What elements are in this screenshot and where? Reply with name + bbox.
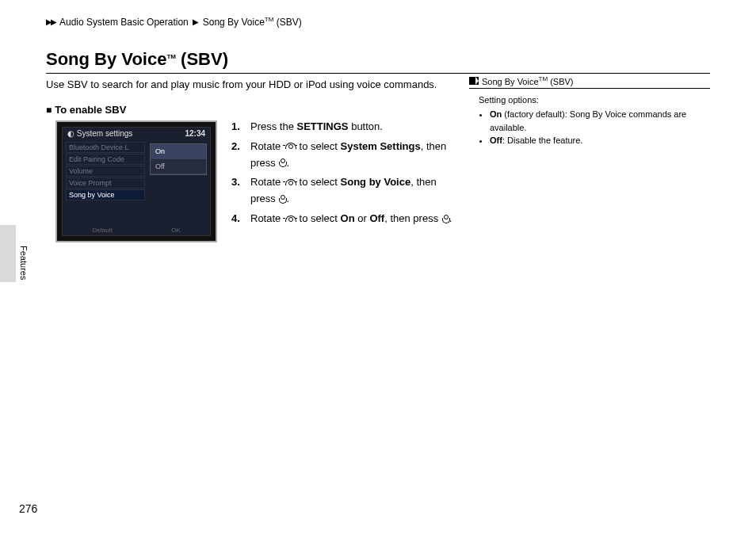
info-sidebar-body: Setting options: On (factory default): S… <box>469 89 710 147</box>
info-sidebar: Song By VoiceTM (SBV) Setting options: O… <box>469 75 710 147</box>
push-button-icon <box>441 215 449 224</box>
push-button-icon <box>278 158 286 168</box>
section-tab-label: Features <box>19 246 29 280</box>
screenshot-popup: On Off <box>150 143 207 175</box>
step-1: 1. Press the SETTINGS button. <box>231 119 461 135</box>
breadcrumb-arrows-icon: ▶▶ <box>46 17 55 26</box>
screenshot-row: Edit Pairing Code <box>66 154 145 165</box>
device-screenshot: ◐ System settings 12:34 Bluetooth Device… <box>55 120 217 242</box>
screenshot-row: Volume <box>66 166 145 177</box>
section-tab <box>0 225 16 282</box>
screenshot-row: Bluetooth Device L <box>66 142 145 153</box>
info-item: Off: Disable the feature. <box>490 134 710 147</box>
breadcrumb-seg1: Audio System Basic Operation <box>59 17 189 28</box>
info-arrow-icon <box>469 77 479 85</box>
screenshot-footer-ok: OK <box>171 227 181 234</box>
screenshot-row-active: Song by Voice <box>66 189 145 200</box>
page-number: 276 <box>19 502 37 515</box>
screenshot-option-on: On <box>151 144 206 159</box>
step-2: 2. Rotate to select System Settings, the… <box>231 139 461 172</box>
breadcrumb: ▶▶ Audio System Basic Operation ▶ Song B… <box>46 16 302 28</box>
breadcrumb-separator-icon: ▶ <box>193 17 199 26</box>
info-sidebar-header: Song By VoiceTM (SBV) <box>469 75 710 89</box>
screenshot-footer-default: Default <box>92 227 112 234</box>
screenshot-row: Voice Prompt <box>66 177 145 189</box>
rotate-dial-icon <box>284 143 296 151</box>
intro-text: Use SBV to search for and play music fro… <box>46 78 458 92</box>
screenshot-title: ◐ System settings <box>67 129 132 138</box>
page-title: Song By VoiceTM (SBV) <box>46 49 228 70</box>
screenshot-option-off: Off <box>151 159 206 174</box>
breadcrumb-seg2: Song By VoiceTM (SBV) <box>203 16 302 28</box>
rotate-dial-icon <box>284 216 296 223</box>
info-item: On (factory default): Song By Voice comm… <box>490 108 710 134</box>
rotate-dial-icon <box>284 179 296 187</box>
push-button-icon <box>278 195 286 204</box>
step-4: 4. Rotate to select On or Off, then pres… <box>231 211 461 227</box>
step-3: 3. Rotate to select Song by Voice, then … <box>231 174 461 208</box>
screenshot-menu: Bluetooth Device L Edit Pairing Code Vol… <box>66 142 145 201</box>
title-rule <box>46 73 710 74</box>
steps-list: 1. Press the SETTINGS button. 2. Rotate … <box>231 119 461 231</box>
square-bullet-icon: ■ <box>46 105 52 116</box>
subheading: ■To enable SBV <box>46 104 126 116</box>
screenshot-clock: 12:34 <box>185 129 205 138</box>
